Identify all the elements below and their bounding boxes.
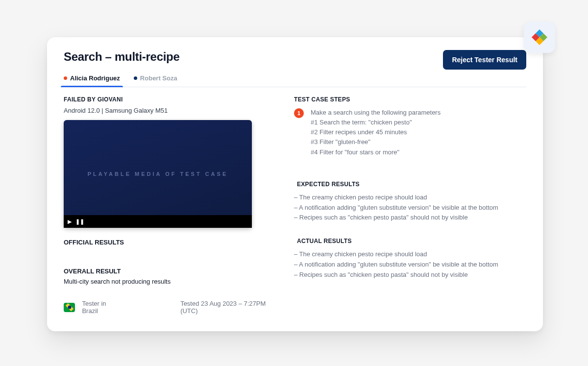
footer-row: Tester in Brazil Tested 23 Aug 2023 – 7:… <box>64 300 274 315</box>
tab-robert-soza[interactable]: Robert Soza <box>134 74 177 87</box>
failed-by-label: FAILED BY GIOVANI <box>64 96 274 103</box>
step-body: Make a search using the following parame… <box>311 108 441 157</box>
overall-result-text: Multi-city search not producing results <box>64 278 274 285</box>
status-dot-icon <box>64 76 67 80</box>
brazil-flag-icon <box>64 303 75 312</box>
device-line: Android 12.0 | Samsung Galaxy M51 <box>64 107 274 114</box>
expected-line: – Recipes such as "chicken pesto pasta" … <box>294 213 526 223</box>
step-row: 1 Make a search using the following para… <box>294 108 526 157</box>
header-row: Search – multi-recipe Reject Tester Resu… <box>64 50 526 70</box>
test-result-card: Search – multi-recipe Reject Tester Resu… <box>47 37 543 331</box>
app-logo-badge <box>524 22 555 53</box>
actual-line: – The creamy chicken pesto recipe should… <box>294 249 526 260</box>
step-line: #3 Filter "gluten-free" <box>311 137 441 147</box>
tab-label: Alicia Rodriguez <box>70 74 120 82</box>
overall-result-label: OVERALL RESULT <box>64 268 274 275</box>
app-logo-icon <box>531 28 548 46</box>
step-line: #1 Search the term: "chicken pesto" <box>311 118 441 127</box>
content-columns: FAILED BY GIOVANI Android 12.0 | Samsung… <box>64 96 526 315</box>
actual-results-block: ACTUAL RESULTS – The creamy chicken pest… <box>294 238 526 280</box>
expected-results-label: EXPECTED RESULTS <box>294 181 526 188</box>
right-column: TEST CASE STEPS 1 Make a search using th… <box>289 96 526 315</box>
test-case-steps-label: TEST CASE STEPS <box>294 96 526 103</box>
media-player[interactable]: PLAYABLE MEDIA OF TEST CASE ▶ ❚❚ <box>64 120 252 228</box>
step-line: Make a search using the following parame… <box>311 108 441 118</box>
expected-line: – A notification adding "gluten substitu… <box>294 203 526 213</box>
tested-timestamp: Tested 23 Aug 2023 – 7:27PM (UTC) <box>180 300 274 315</box>
step-line: #4 Filter for "four stars or more" <box>311 147 441 157</box>
play-icon[interactable]: ▶ <box>68 219 72 225</box>
tester-tabs: Alicia Rodriguez Robert Soza <box>64 74 526 87</box>
media-controls: ▶ ❚❚ <box>64 215 252 228</box>
official-results-label: OFFICIAL RESULTS <box>64 239 274 246</box>
actual-results-label: ACTUAL RESULTS <box>294 238 526 244</box>
left-column: FAILED BY GIOVANI Android 12.0 | Samsung… <box>64 96 274 315</box>
expected-line: – The creamy chicken pesto recipe should… <box>294 193 526 203</box>
media-placeholder-text: PLAYABLE MEDIA OF TEST CASE <box>88 171 228 177</box>
reject-tester-result-button[interactable]: Reject Tester Result <box>443 50 526 70</box>
tester-location: Tester in Brazil <box>82 300 120 315</box>
test-case-steps-block: TEST CASE STEPS 1 Make a search using th… <box>294 96 526 157</box>
tab-label: Robert Soza <box>140 74 177 82</box>
pause-icon[interactable]: ❚❚ <box>75 219 84 225</box>
tab-alicia-rodriguez[interactable]: Alicia Rodriguez <box>64 74 120 87</box>
step-line: #2 Filter recipes under 45 minutes <box>311 127 441 137</box>
status-dot-icon <box>134 76 137 80</box>
page-title: Search – multi-recipe <box>64 50 179 64</box>
actual-line: – A notification adding "gluten substitu… <box>294 260 526 270</box>
expected-results-block: EXPECTED RESULTS – The creamy chicken pe… <box>294 181 526 223</box>
step-number-badge: 1 <box>294 108 304 118</box>
actual-line: – Recipes such as "chicken pesto pasta" … <box>294 270 526 280</box>
